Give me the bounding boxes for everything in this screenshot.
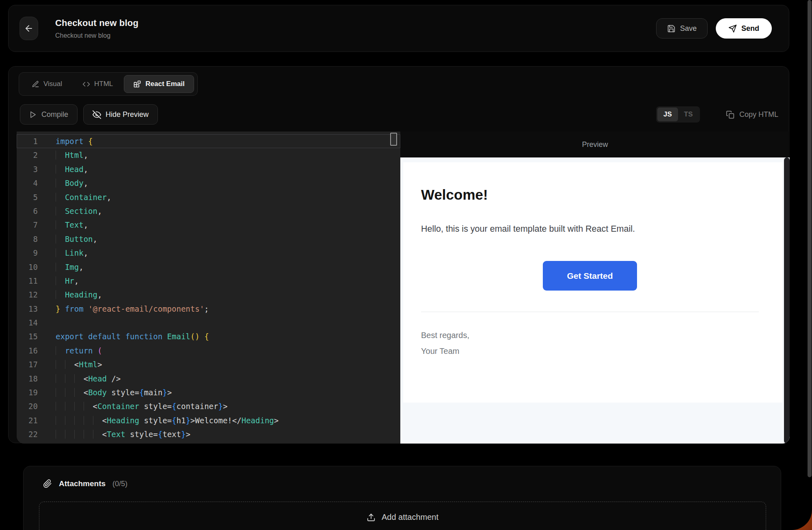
code-line: 15export default function Email() { (17, 330, 400, 343)
line-number: 22 (17, 427, 56, 441)
code-line-text: Html, (56, 148, 88, 162)
line-number: 11 (17, 274, 56, 288)
save-icon (667, 24, 676, 33)
language-toggle: JS TS (656, 106, 700, 123)
code-line-text: export default function Email() { (56, 330, 209, 343)
code-editor[interactable]: 1import {2 Html,3 Head,4 Body,5 Containe… (17, 131, 400, 444)
line-number: 5 (17, 190, 56, 204)
attachments-header: Attachments (0/5) (43, 479, 127, 488)
code-line: 3 Head, (17, 162, 400, 176)
eye-off-icon (93, 110, 101, 119)
email-preview-card: Welcome! Hello, this is your email templ… (403, 162, 782, 403)
code-line: 13} from '@react-email/components'; (17, 302, 400, 316)
header-actions: Save Send (656, 18, 772, 39)
tab-html-label: HTML (94, 80, 113, 88)
tab-visual[interactable]: Visual (22, 75, 71, 93)
code-line: 4 Body, (17, 176, 400, 190)
code-line-text: Container, (56, 190, 111, 204)
line-number: 20 (17, 399, 56, 413)
signature-line-1: Best regards, (421, 327, 759, 343)
page-scrollbar-thumb[interactable] (808, 0, 812, 477)
line-number: 4 (17, 176, 56, 190)
code-line-text: Text, (56, 218, 88, 232)
add-attachment-inner: Add attachment (367, 513, 438, 522)
editor-scrollbar-thumb[interactable] (390, 133, 397, 146)
line-number: 21 (17, 414, 56, 427)
code-line-text: Heading, (56, 288, 102, 302)
attachments-count: (0/5) (112, 480, 127, 488)
code-line: 21 <Heading style={h1}>Welcome!</Heading… (17, 414, 400, 427)
page-subtitle: Checkout new blog (55, 32, 138, 39)
code-line: 18 <Head /> (17, 372, 400, 386)
code-line-text: Head, (56, 162, 88, 176)
line-number: 3 (17, 162, 56, 176)
play-icon (29, 111, 37, 118)
code-line-text: Link, (56, 246, 88, 260)
compile-button[interactable]: Compile (20, 104, 78, 125)
pen-icon (32, 80, 39, 88)
code-line: 11 Hr, (17, 274, 400, 288)
email-divider (421, 312, 759, 312)
paperclip-icon (43, 479, 52, 488)
send-label: Send (741, 24, 759, 33)
code-line-text: <Heading style={h1}>Welcome!</Heading> (56, 414, 279, 427)
add-attachment-dropzone[interactable]: Add attachment (39, 502, 766, 530)
code-line-text: <Head /> (56, 372, 121, 386)
page-scrollbar[interactable] (807, 0, 812, 530)
back-arrow-icon (24, 24, 34, 33)
code-line: 5 Container, (17, 190, 400, 204)
code-line: 20 <Container style={container}> (17, 399, 400, 413)
line-number: 17 (17, 358, 56, 371)
preview-viewport: Welcome! Hello, this is your email templ… (400, 157, 790, 444)
line-number: 19 (17, 386, 56, 399)
code-line-text: Section, (56, 204, 102, 218)
preview-pane: Preview Welcome! Hello, this is your ema… (400, 131, 790, 444)
preview-scrollbar[interactable] (784, 157, 790, 444)
code-line-text: <Container style={container}> (56, 399, 227, 413)
code-line: 16 return ( (17, 344, 400, 358)
hide-preview-label: Hide Preview (106, 110, 149, 119)
tab-react-email[interactable]: React Email (124, 75, 194, 93)
page-title: Checkout new blog (55, 18, 138, 28)
line-number: 14 (17, 316, 56, 330)
code-line-text: import { (56, 134, 93, 148)
code-line: 9 Link, (17, 246, 400, 260)
line-number: 13 (17, 302, 56, 316)
add-attachment-label: Add attachment (382, 513, 438, 522)
code-line: 22 <Text style={text}> (17, 427, 400, 441)
code-line-text: } from '@react-email/components'; (56, 302, 209, 316)
tab-html[interactable]: HTML (73, 75, 122, 93)
email-heading: Welcome! (421, 187, 759, 203)
attachments-panel: Attachments (0/5) Add attachment (23, 466, 781, 530)
hide-preview-button[interactable]: Hide Preview (83, 104, 158, 125)
tab-visual-label: Visual (43, 80, 62, 88)
line-number: 12 (17, 288, 56, 302)
copy-html-button[interactable]: Copy HTML (726, 110, 778, 119)
send-button[interactable]: Send (716, 18, 772, 39)
compile-label: Compile (41, 110, 68, 119)
code-icon (82, 80, 90, 88)
preview-label: Preview (582, 140, 608, 149)
view-mode-tabs: Visual HTML React Email (19, 72, 198, 96)
header: Checkout new blog Checkout new blog Save… (8, 5, 789, 52)
signature-line-2: Your Team (421, 343, 759, 359)
back-button[interactable] (19, 17, 38, 40)
preview-header: Preview (400, 131, 790, 157)
code-line: 1import { (17, 134, 400, 148)
code-line: 19 <Body style={main}> (17, 386, 400, 399)
send-icon (728, 24, 737, 33)
code-line-text: <Html> (56, 358, 102, 371)
code-line-text: Body, (56, 176, 88, 190)
line-number: 7 (17, 218, 56, 232)
code-line-text: return ( (56, 344, 102, 358)
components-icon (133, 80, 141, 88)
tab-react-email-label: React Email (145, 80, 184, 88)
upload-icon (367, 513, 376, 522)
toggle-ts[interactable]: TS (678, 108, 699, 121)
editor-panel: Visual HTML React Email Compile (8, 66, 789, 443)
toggle-js[interactable]: JS (657, 108, 678, 121)
code-line: 2 Html, (17, 148, 400, 162)
get-started-button[interactable]: Get Started (543, 261, 637, 291)
save-button[interactable]: Save (656, 18, 708, 39)
save-label: Save (680, 24, 697, 33)
